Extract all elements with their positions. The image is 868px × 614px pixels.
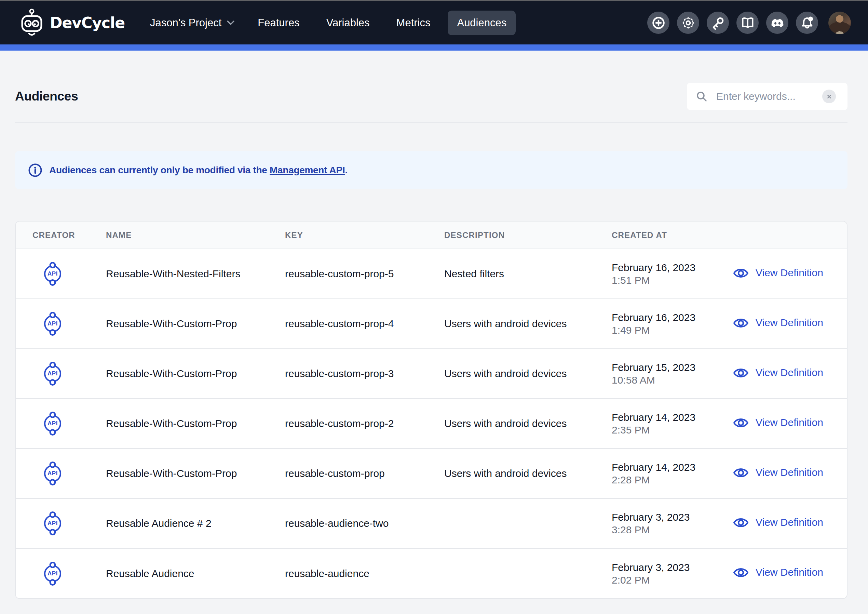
api-creator-icon: API: [44, 261, 62, 287]
audience-description: [444, 548, 612, 598]
gear-icon: [681, 16, 695, 30]
audience-key: reusable-custom-prop-3: [285, 349, 444, 399]
nav-links: Features Variables Metrics Audiences: [248, 11, 516, 35]
settings-button[interactable]: [677, 12, 699, 34]
api-creator-icon: API: [44, 410, 62, 437]
api-creator-icon: API: [44, 561, 62, 587]
created-time: 1:49 PM: [612, 324, 733, 336]
col-header-description: DESCRIPTION: [444, 222, 612, 249]
view-definition-link[interactable]: View Definition: [733, 516, 823, 528]
view-definition-label: View Definition: [756, 566, 823, 578]
table-body: API Reusable-With-Nested-Filters reusabl…: [16, 249, 847, 598]
created-time: 2:28 PM: [612, 474, 733, 486]
create-button[interactable]: [647, 12, 670, 34]
plus-circle-icon: [652, 16, 665, 30]
view-definition-label: View Definition: [756, 317, 823, 328]
eye-icon: [733, 467, 749, 478]
table-row: API Reusable-With-Custom-Prop reusable-c…: [16, 349, 847, 399]
eye-icon: [733, 417, 749, 428]
discord-button[interactable]: [766, 12, 788, 34]
nav-link-metrics[interactable]: Metrics: [387, 11, 440, 35]
table-row: API Reusable Audience reusable-audience …: [16, 548, 847, 598]
api-keys-button[interactable]: [707, 12, 729, 34]
docs-button[interactable]: [736, 12, 759, 34]
created-date: February 15, 2023: [612, 361, 733, 374]
nav-link-features[interactable]: Features: [248, 11, 308, 35]
audience-name: Reusable-With-Custom-Prop: [106, 449, 285, 499]
bell-icon: [800, 16, 814, 30]
project-selector-label: Jason's Project: [150, 17, 222, 29]
audience-description: Users with android devices: [444, 449, 612, 499]
created-time: 10:58 AM: [612, 374, 733, 386]
created-time: 2:35 PM: [612, 424, 733, 436]
col-header-creator: CREATOR: [16, 222, 106, 249]
info-banner: Audiences can currently only be modified…: [15, 151, 848, 189]
eye-icon: [733, 566, 749, 578]
col-header-key: KEY: [285, 222, 444, 249]
info-icon: [28, 163, 42, 177]
table-header-row: CREATOR NAME KEY DESCRIPTION CREATED AT: [16, 222, 847, 249]
discord-icon: [770, 16, 784, 30]
audience-description: Nested filters: [444, 249, 612, 299]
nav-link-audiences[interactable]: Audiences: [448, 11, 516, 35]
table-row: API Reusable-With-Custom-Prop reusable-c…: [16, 399, 847, 449]
management-api-link[interactable]: Management API: [270, 165, 345, 176]
audience-description: [444, 499, 612, 548]
audience-description: Users with android devices: [444, 299, 612, 349]
audience-name: Reusable-With-Nested-Filters: [106, 249, 285, 299]
created-date: February 3, 2023: [612, 511, 733, 524]
table-row: API Reusable-With-Nested-Filters reusabl…: [16, 249, 847, 299]
search-icon: [696, 90, 707, 102]
notifications-button[interactable]: [796, 12, 818, 34]
audience-name: Reusable Audience: [106, 548, 285, 598]
created-time: 1:51 PM: [612, 274, 733, 286]
col-header-created-at: CREATED AT: [612, 222, 733, 249]
eye-icon: [733, 267, 749, 278]
search-clear-button[interactable]: [822, 90, 836, 103]
audiences-table: CREATOR NAME KEY DESCRIPTION CREATED AT …: [16, 222, 847, 598]
audience-name: Reusable-With-Custom-Prop: [106, 299, 285, 349]
view-definition-link[interactable]: View Definition: [733, 467, 823, 478]
main-content: Audiences Audiences can currently only b…: [15, 83, 848, 599]
devcycle-logo[interactable]: DevCycle: [20, 9, 125, 37]
nav-link-variables[interactable]: Variables: [317, 11, 379, 35]
brand-name: DevCycle: [50, 14, 125, 31]
page-title: Audiences: [15, 89, 78, 104]
view-definition-link[interactable]: View Definition: [733, 417, 823, 428]
audience-key: reusable-custom-prop-2: [285, 399, 444, 449]
view-definition-link[interactable]: View Definition: [733, 566, 823, 578]
project-selector[interactable]: Jason's Project: [150, 17, 235, 29]
api-creator-icon: API: [44, 460, 62, 487]
created-date: February 14, 2023: [612, 411, 733, 424]
created-date: February 3, 2023: [612, 561, 733, 574]
view-definition-label: View Definition: [756, 417, 823, 428]
audience-description: Users with android devices: [444, 399, 612, 449]
created-time: 2:02 PM: [612, 574, 733, 586]
api-creator-icon: API: [44, 311, 62, 337]
view-definition-link[interactable]: View Definition: [733, 267, 823, 278]
navbar: DevCycle Jason's Project Features Variab…: [0, 1, 868, 44]
created-time: 3:28 PM: [612, 524, 733, 536]
view-definition-link[interactable]: View Definition: [733, 367, 823, 378]
audience-key: reusable-custom-prop-4: [285, 299, 444, 349]
view-definition-label: View Definition: [756, 267, 823, 278]
view-definition-link[interactable]: View Definition: [733, 317, 823, 328]
eye-icon: [733, 516, 749, 528]
search-box: [687, 83, 848, 110]
devcycle-robot-icon: [20, 9, 43, 37]
audience-key: reusable-audience-two: [285, 499, 444, 548]
audience-key: reusable-custom-prop-5: [285, 249, 444, 299]
audience-name: Reusable-With-Custom-Prop: [106, 349, 285, 399]
col-header-actions: [733, 222, 847, 249]
audience-description: Users with android devices: [444, 349, 612, 399]
view-definition-label: View Definition: [756, 367, 823, 378]
audience-key: reusable-custom-prop: [285, 449, 444, 499]
audience-key: reusable-audience: [285, 548, 444, 598]
book-icon: [741, 16, 755, 30]
key-icon: [711, 16, 725, 30]
avatar[interactable]: [828, 12, 851, 34]
col-header-name: NAME: [106, 222, 285, 249]
audiences-table-card: CREATOR NAME KEY DESCRIPTION CREATED AT …: [15, 221, 848, 599]
accent-bar: [0, 44, 868, 51]
search-input[interactable]: [716, 90, 822, 103]
